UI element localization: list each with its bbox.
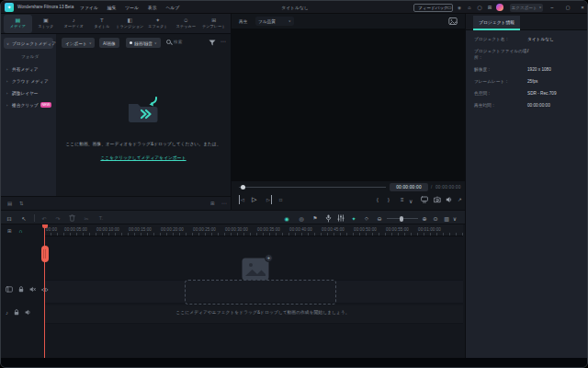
playback-options-icon[interactable]: ≡ (401, 195, 404, 204)
mark-in-icon[interactable]: { (377, 195, 379, 204)
timeline-ruler[interactable]: 00:00 00:00:05:0000:00:10:0000:00:15:000… (44, 224, 463, 236)
render-preview-icon[interactable]: ◉ (282, 213, 291, 223)
menu-item[interactable]: ツール (125, 5, 139, 10)
preview-viewport[interactable] (231, 29, 465, 181)
speaker-icon[interactable] (25, 309, 31, 316)
avatar[interactable] (496, 4, 503, 11)
lock-icon[interactable] (18, 286, 24, 293)
library-tab[interactable]: ◧ トランジション (116, 15, 144, 33)
second-monitor-icon[interactable] (421, 196, 428, 203)
sidebar-item[interactable]: フォルダ (4, 51, 53, 62)
next-frame-button[interactable]: ▷ (266, 195, 272, 204)
add-track-icon[interactable]: ⊞ (7, 228, 12, 234)
library-tab[interactable]: ▤ メディア (4, 15, 32, 33)
mute-icon[interactable] (29, 286, 36, 293)
library-tab[interactable]: ⊞ テンプレート (200, 15, 229, 33)
timeline-dropzone[interactable] (185, 280, 336, 305)
zoom-in-icon[interactable]: ⊕ (420, 213, 429, 223)
record-dropdown[interactable]: 録画/録音 ∨ (126, 38, 161, 48)
zoom-slider-handle[interactable] (400, 216, 403, 222)
pointer-tool-icon[interactable]: ↖ (19, 213, 28, 223)
tab-icon: ◧ (127, 17, 132, 24)
sidebar-item[interactable]: › クラウド メディア (4, 75, 53, 86)
view-grid-icon[interactable]: ⊞ (210, 200, 215, 207)
tab-label: タイトル (94, 24, 109, 29)
import-label: インポート (65, 40, 87, 46)
marker-icon[interactable]: ⚑ (311, 213, 320, 223)
mark-out-icon[interactable]: } (388, 195, 390, 204)
audio-mixer-icon[interactable] (336, 213, 345, 223)
monitor-icon[interactable]: ▭ (446, 4, 453, 11)
preview-render-auto-icon[interactable]: ◎ (297, 213, 306, 223)
library-tab[interactable]: ☺ ステッカー (172, 15, 200, 33)
home-icon[interactable]: ⌂ (466, 4, 473, 11)
keyframe-icon[interactable]: ◇ (362, 213, 371, 223)
stop-button[interactable]: □ (279, 195, 282, 204)
account-ring-icon[interactable]: ◯ (476, 4, 483, 11)
library-tab[interactable]: ▣ ストック (32, 15, 61, 33)
zoom-fit-icon[interactable]: ⊙ (431, 213, 440, 223)
menu-item[interactable]: 表示 (148, 5, 157, 10)
sort-icon[interactable]: ⇅ (19, 200, 24, 207)
sidebar-item[interactable]: › 共有メディア (4, 63, 53, 75)
quality-dropdown[interactable]: フル品質 ∨ (255, 17, 294, 26)
track-manage-icon[interactable]: ▥ (442, 213, 451, 223)
menu-item[interactable]: 編集 (107, 5, 117, 10)
more-options-icon[interactable]: ⋯ (220, 38, 226, 44)
library-tab[interactable]: T タイトル (88, 15, 117, 33)
import-button[interactable]: インポート ∨ (62, 38, 95, 48)
timeline-hint-text: ここにメディアやエフェクトをドラッグ&ドロップして動画の作成を開始しましょう。 (148, 309, 378, 315)
preview-display-icon[interactable] (448, 17, 458, 26)
zoom-out-icon[interactable]: ⊖ (375, 213, 384, 223)
maximize-button[interactable]: ▢ (562, 3, 573, 12)
voiceover-mic-icon[interactable] (323, 213, 333, 223)
timeline-display-settings-icon[interactable]: ⊡ (5, 213, 14, 223)
search-input[interactable] (174, 40, 209, 44)
library-tab[interactable]: ✦ エフェクト (144, 15, 173, 33)
playhead-marker[interactable] (42, 224, 48, 228)
library-tab[interactable]: ♪ オーディオ (60, 15, 88, 33)
apps-grid-icon[interactable]: ⊞ (486, 4, 493, 11)
filter-icon[interactable] (209, 40, 216, 46)
ai-image-button[interactable]: AI画像 (99, 38, 119, 48)
new-folder-icon[interactable]: ▤ (7, 200, 12, 207)
sidebar-item[interactable]: › 調整レイヤー (4, 87, 53, 98)
record-icon[interactable]: ◉ (456, 4, 463, 11)
search-icon (166, 40, 171, 44)
sidebar-item[interactable]: › 複合クリップ NEW (4, 99, 53, 110)
text-tool-icon[interactable]: T. (96, 213, 106, 223)
import-media-link[interactable]: ここをクリックしてメディアをインポート (100, 155, 186, 160)
play-button[interactable]: ▷ (252, 195, 256, 204)
undo-icon[interactable]: ↶ (40, 213, 49, 223)
split-scissors-icon[interactable]: ✂ (82, 213, 91, 223)
sidebar-item[interactable]: ∨ プロジェクトメディア (4, 38, 53, 49)
seek-bar[interactable] (239, 187, 386, 188)
tab-label: テンプレート (202, 24, 226, 29)
previous-frame-button[interactable]: ◁ (239, 195, 244, 204)
menubar: ファイル編集ツール表示ヘルプ (80, 5, 179, 10)
export-button[interactable]: エクスポート ∨ (510, 4, 543, 12)
snapshot-camera-icon[interactable] (434, 196, 441, 203)
delete-icon[interactable] (67, 213, 76, 223)
playhead-handle[interactable] (41, 246, 49, 262)
redo-icon[interactable]: ↷ (53, 213, 62, 223)
media-panel: インポート ∨ AI画像 録画/録音 ∨ ⋯ ここに動画、画像、オーディオ (56, 34, 231, 196)
menu-item[interactable]: ファイル (80, 5, 98, 10)
close-button[interactable]: × (577, 3, 588, 12)
mute-speaker-icon[interactable] (446, 196, 453, 203)
lock-icon[interactable] (14, 309, 19, 316)
more-icon[interactable]: ⋯ (221, 200, 227, 207)
fullscreen-icon[interactable]: ↗ (458, 195, 462, 204)
new-badge: NEW (40, 102, 52, 108)
menu-item[interactable]: ヘルプ (165, 5, 179, 10)
tab-project-info[interactable]: プロジェクト情報 (473, 16, 520, 30)
minimize-button[interactable]: − (547, 3, 558, 12)
ai-copilot-icon[interactable]: ✦ (349, 213, 358, 223)
titlebar: ✦ Wondershare Filmora 13 Beta ファイル編集ツール表… (1, 1, 588, 14)
hide-track-eye-icon[interactable] (41, 287, 49, 293)
current-timecode[interactable]: 00:00:00:00 (390, 183, 428, 191)
chevron-down-icon: ∨ (539, 6, 542, 9)
snap-icon[interactable]: ∩ (19, 228, 23, 234)
seek-handle[interactable] (241, 185, 245, 190)
logo-spark-icon: ✦ (6, 5, 11, 10)
